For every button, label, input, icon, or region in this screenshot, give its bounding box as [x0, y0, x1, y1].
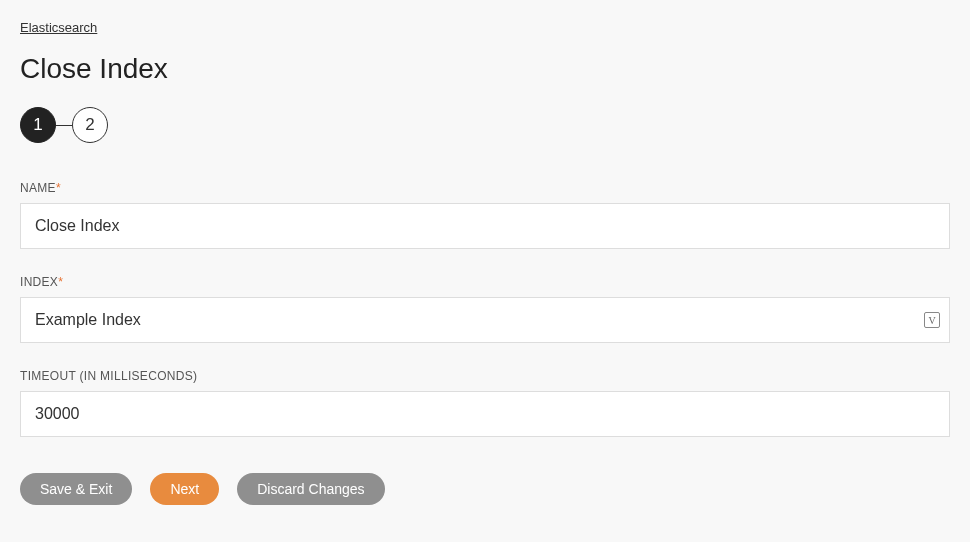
required-marker: * — [56, 181, 61, 195]
label-timeout-text: TIMEOUT (IN MILLISECONDS) — [20, 369, 197, 383]
button-row: Save & Exit Next Discard Changes — [20, 473, 950, 505]
save-exit-button[interactable]: Save & Exit — [20, 473, 132, 505]
form-group-name: NAME* — [20, 181, 950, 249]
form-group-index: INDEX* V — [20, 275, 950, 343]
discard-button[interactable]: Discard Changes — [237, 473, 384, 505]
label-timeout: TIMEOUT (IN MILLISECONDS) — [20, 369, 950, 383]
required-marker: * — [58, 275, 63, 289]
label-index-text: INDEX — [20, 275, 58, 289]
label-name: NAME* — [20, 181, 950, 195]
step-1[interactable]: 1 — [20, 107, 56, 143]
stepper: 1 2 — [20, 107, 950, 143]
timeout-input[interactable] — [20, 391, 950, 437]
step-2[interactable]: 2 — [72, 107, 108, 143]
name-input[interactable] — [20, 203, 950, 249]
label-name-text: NAME — [20, 181, 56, 195]
label-index: INDEX* — [20, 275, 950, 289]
breadcrumb: Elasticsearch — [20, 20, 950, 35]
variable-icon[interactable]: V — [924, 312, 940, 328]
page-title: Close Index — [20, 53, 950, 85]
breadcrumb-parent-link[interactable]: Elasticsearch — [20, 20, 97, 35]
step-connector — [56, 125, 72, 126]
index-input[interactable] — [20, 297, 950, 343]
form-group-timeout: TIMEOUT (IN MILLISECONDS) — [20, 369, 950, 437]
next-button[interactable]: Next — [150, 473, 219, 505]
